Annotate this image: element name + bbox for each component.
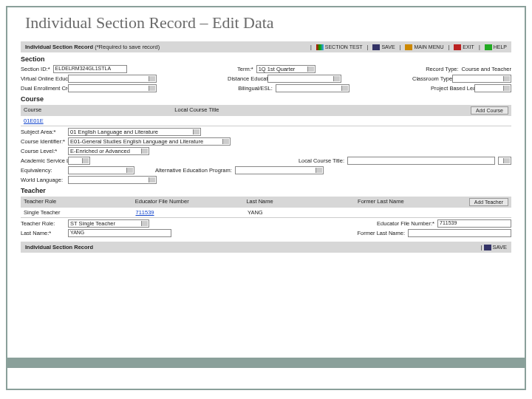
worldlang-label: World Language: xyxy=(21,177,65,183)
identifier-label: Course Identifier:* xyxy=(21,138,65,145)
bilingual-label: Bilingual/ESL: xyxy=(238,85,273,92)
distance-select[interactable] xyxy=(267,75,341,83)
add-teacher-button[interactable]: Add Teacher xyxy=(469,198,508,206)
help-button[interactable]: HELP xyxy=(485,44,507,50)
save-icon xyxy=(372,44,380,50)
save-button[interactable]: SAVE xyxy=(372,44,395,50)
classroom-label: Classroom Type: xyxy=(412,75,449,82)
section-test-icon xyxy=(316,44,324,50)
footer-title: Individual Section Record xyxy=(25,244,93,250)
project-label: Project Based Learning: xyxy=(431,85,471,92)
level-select[interactable]: E-Enriched or Advanced xyxy=(68,147,149,155)
equivalency-select[interactable] xyxy=(68,166,134,174)
former-last-input[interactable] xyxy=(408,229,511,237)
section-heading: Section xyxy=(21,55,511,63)
course-table-header: Course Local Course Title Add Course xyxy=(21,105,511,116)
teacher-heading: Teacher xyxy=(21,187,511,194)
asl-label: Academic Service Learning: xyxy=(21,157,65,164)
teacher-table-header: Teacher Role Educator File Number Last N… xyxy=(21,197,511,208)
asl-select[interactable] xyxy=(68,157,90,165)
distance-label: Distance Education: xyxy=(228,75,265,82)
main-menu-button[interactable]: MAIN MENU xyxy=(405,44,443,50)
equivalency-label: Equivalency: xyxy=(21,167,65,174)
former-last-label: Former Last Name: xyxy=(357,230,405,236)
classroom-select[interactable] xyxy=(452,75,511,83)
efn-input[interactable]: 711539 xyxy=(437,219,511,228)
course-link[interactable]: 01E01E xyxy=(24,117,171,124)
virtual-label: Virtual Online Education: xyxy=(21,75,65,82)
exit-icon xyxy=(454,44,461,50)
dual-label: Dual Enrollment Credit: xyxy=(21,85,65,92)
teacher-role-label: Teacher Role: xyxy=(21,220,65,227)
footer-bar: Individual Section Record | SAVE xyxy=(21,242,511,253)
last-name-label: Last Name:* xyxy=(21,230,65,236)
worldlang-select[interactable] xyxy=(68,176,157,184)
exit-button[interactable]: EXIT xyxy=(454,44,474,50)
section-test-button[interactable]: SECTION TEST xyxy=(316,44,363,50)
record-type-value: Course and Teacher xyxy=(462,66,511,72)
altprog-label: Alternative Education Program: xyxy=(155,167,232,174)
identifier-select[interactable]: E01-General Studies English Language and… xyxy=(68,137,231,146)
level-label: Course Level:* xyxy=(21,148,65,154)
subject-select[interactable]: 01 English Language and Literature xyxy=(68,128,201,136)
help-icon xyxy=(485,44,492,50)
altprog-select[interactable] xyxy=(235,166,324,174)
section-id-input[interactable]: ELDELRM324GL1STLA xyxy=(53,65,127,73)
footer-strip xyxy=(7,358,525,368)
add-course-button[interactable]: Add Course xyxy=(471,106,508,115)
save-icon xyxy=(484,245,491,250)
bilingual-select[interactable] xyxy=(276,84,349,92)
local-title-label: Local Course Title: xyxy=(299,157,344,164)
dual-select[interactable] xyxy=(68,84,157,92)
local-title-picker[interactable] xyxy=(498,157,511,165)
header-title: Individual Section Record xyxy=(25,44,93,50)
footer-save-button[interactable]: | SAVE xyxy=(481,244,507,250)
last-name-input[interactable]: YANG xyxy=(68,229,171,237)
record-header-bar: Individual Section Record (*Required to … xyxy=(21,41,511,52)
home-icon xyxy=(405,44,412,50)
section-id-label: Section ID:* xyxy=(21,66,50,72)
record-type-label: Record Type: xyxy=(426,66,458,72)
course-heading: Course xyxy=(21,95,511,103)
local-title-input[interactable] xyxy=(347,157,495,165)
project-select[interactable] xyxy=(474,84,511,92)
page-title: Individual Section Record – Edit Data xyxy=(7,7,525,41)
efn-label: Educator File Number:* xyxy=(377,220,434,227)
subject-label: Subject Area:* xyxy=(21,129,65,135)
table-row: Single Teacher 711539 YANG xyxy=(21,208,511,218)
teacher-efn-link[interactable]: 711539 xyxy=(136,209,245,216)
term-label: Term:* xyxy=(237,66,253,72)
required-note: (*Required to save record) xyxy=(95,44,160,50)
term-select[interactable]: 1Q 1st Quarter xyxy=(256,65,316,73)
teacher-role-select[interactable]: ST Single Teacher xyxy=(68,219,149,228)
virtual-select[interactable] xyxy=(68,75,157,83)
